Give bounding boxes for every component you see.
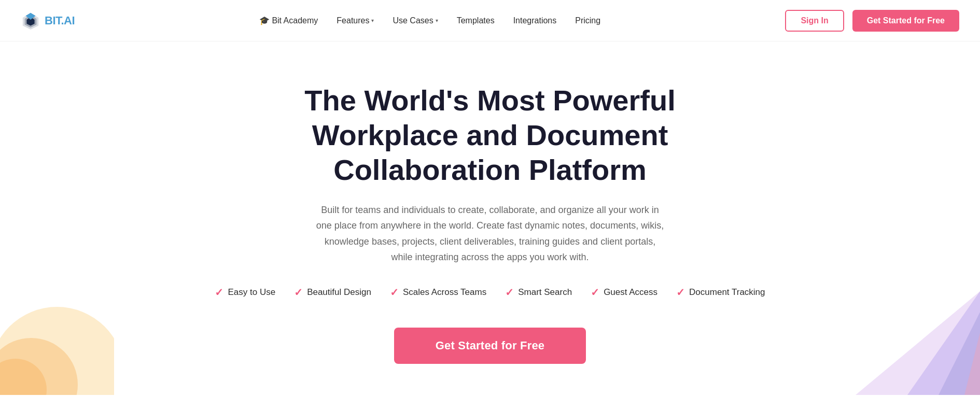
feature-label: Smart Search (518, 287, 572, 298)
feature-item: ✓Smart Search (505, 286, 572, 299)
signin-button[interactable]: Sign In (785, 10, 844, 32)
get-started-hero-button[interactable]: Get Started for Free (394, 328, 586, 364)
nav-pricing[interactable]: Pricing (575, 16, 600, 25)
hero-title: The World's Most Powerful Workplace and … (267, 83, 713, 188)
nav-academy[interactable]: 🎓 Bit Academy (259, 16, 318, 25)
check-icon: ✓ (215, 286, 223, 299)
check-icon: ✓ (390, 286, 399, 299)
nav-templates[interactable]: Templates (457, 16, 495, 25)
nav-features[interactable]: Features ▾ (337, 16, 374, 25)
blob-left (0, 281, 114, 395)
feature-label: Scales Across Teams (403, 287, 486, 298)
check-icon: ✓ (294, 286, 303, 299)
navbar: BIT.AI 🎓 Bit Academy Features ▾ Use Case… (0, 0, 980, 41)
academy-hat-icon: 🎓 (259, 16, 270, 25)
check-icon: ✓ (676, 286, 685, 299)
nav-actions: Sign In Get Started for Free (785, 10, 959, 32)
logo[interactable]: BIT.AI (21, 11, 75, 31)
feature-label: Document Tracking (689, 287, 765, 298)
nav-integrations[interactable]: Integrations (513, 16, 557, 25)
check-icon: ✓ (591, 286, 599, 299)
logo-icon (21, 11, 40, 31)
feature-item: ✓Beautiful Design (294, 286, 371, 299)
get-started-nav-button[interactable]: Get Started for Free (852, 10, 959, 32)
hero-description: Built for teams and individuals to creat… (314, 202, 666, 265)
nav-links: 🎓 Bit Academy Features ▾ Use Cases ▾ Tem… (259, 16, 600, 25)
feature-label: Beautiful Design (307, 287, 371, 298)
feature-item: ✓Guest Access (591, 286, 657, 299)
features-row: ✓Easy to Use✓Beautiful Design✓Scales Acr… (215, 286, 765, 299)
feature-item: ✓Document Tracking (676, 286, 765, 299)
feature-item: ✓Easy to Use (215, 286, 275, 299)
feature-item: ✓Scales Across Teams (390, 286, 486, 299)
nav-use-cases[interactable]: Use Cases ▾ (393, 16, 438, 25)
check-icon: ✓ (505, 286, 514, 299)
logo-text: BIT.AI (45, 14, 75, 27)
feature-label: Guest Access (604, 287, 657, 298)
use-cases-chevron-icon: ▾ (436, 18, 438, 23)
feature-label: Easy to Use (228, 287, 275, 298)
features-chevron-icon: ▾ (371, 18, 374, 23)
hero-section: The World's Most Powerful Workplace and … (0, 41, 980, 395)
blob-right (804, 291, 980, 395)
